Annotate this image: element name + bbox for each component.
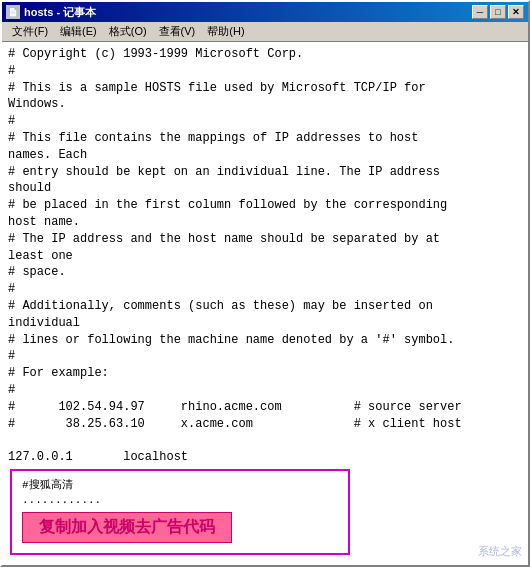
window-title: hosts - 记事本 <box>24 5 96 20</box>
menu-format[interactable]: 格式(O) <box>103 22 153 41</box>
ad-title: #搜狐高清 <box>22 477 338 492</box>
menu-view[interactable]: 查看(V) <box>153 22 202 41</box>
minimize-button[interactable]: ─ <box>472 5 488 19</box>
ad-dots: ............ <box>22 494 338 506</box>
title-bar-left: 📄 hosts - 记事本 <box>6 5 96 20</box>
window-controls: ─ □ ✕ <box>472 5 524 19</box>
title-bar: 📄 hosts - 记事本 ─ □ ✕ <box>2 2 528 22</box>
watermark: 系统之家 <box>478 544 522 559</box>
notepad-window: 📄 hosts - 记事本 ─ □ ✕ 文件(F) 编辑(E) 格式(O) 查看… <box>0 0 530 567</box>
close-button[interactable]: ✕ <box>508 5 524 19</box>
app-icon: 📄 <box>6 5 20 19</box>
menu-help[interactable]: 帮助(H) <box>201 22 250 41</box>
ad-overlay: #搜狐高清 ............ 复制加入视频去广告代码 <box>10 469 350 555</box>
text-area-wrapper: #搜狐高清 ............ 复制加入视频去广告代码 系统之家 <box>2 42 528 565</box>
ad-copy-button[interactable]: 复制加入视频去广告代码 <box>22 512 232 543</box>
menu-file[interactable]: 文件(F) <box>6 22 54 41</box>
menu-bar: 文件(F) 编辑(E) 格式(O) 查看(V) 帮助(H) <box>2 22 528 42</box>
maximize-button[interactable]: □ <box>490 5 506 19</box>
menu-edit[interactable]: 编辑(E) <box>54 22 103 41</box>
